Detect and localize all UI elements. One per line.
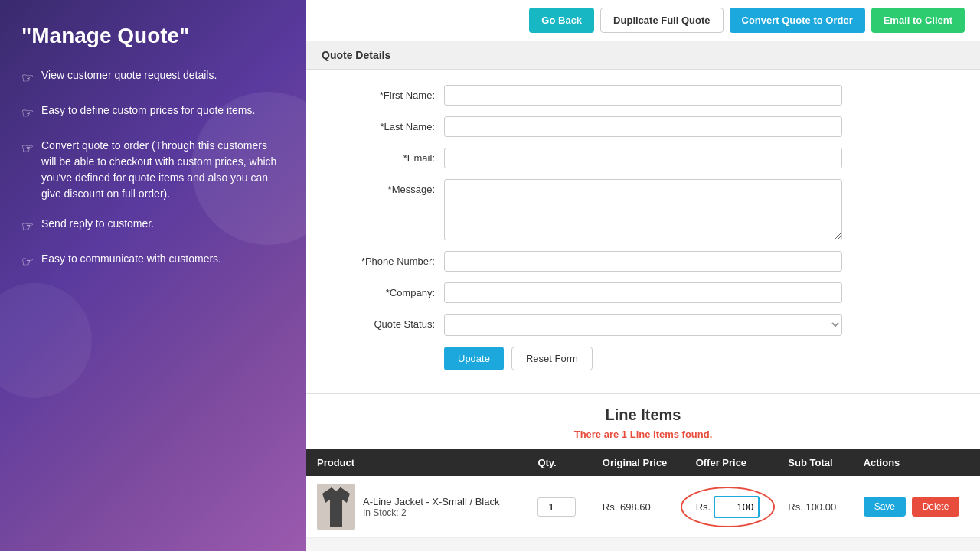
panel-header: Quote Details bbox=[306, 41, 980, 70]
sidebar-feature-1: ☞ View customer quote request details. bbox=[21, 67, 285, 89]
subtotal-value: Rs. 100.00 bbox=[788, 501, 836, 513]
email-row: *Email: bbox=[337, 148, 949, 168]
items-table: Product Qty. Original Price Offer Price … bbox=[306, 449, 980, 538]
first-name-row: *First Name: bbox=[337, 85, 949, 106]
product-info: A-Line Jacket - X-Small / Black In Stock… bbox=[317, 484, 516, 530]
product-name: A-Line Jacket - X-Small / Black bbox=[363, 496, 499, 507]
email-input[interactable] bbox=[444, 148, 842, 168]
last-name-label: *Last Name: bbox=[337, 116, 444, 132]
offer-price-input[interactable] bbox=[714, 496, 760, 518]
panel-body: *First Name: *Last Name: *Email: *Messag… bbox=[306, 70, 980, 393]
offer-price-wrapper: Rs. bbox=[696, 496, 760, 518]
form-actions: Update Reset Form bbox=[444, 347, 949, 378]
qty-cell bbox=[527, 476, 591, 538]
col-offer-price: Offer Price bbox=[685, 449, 778, 476]
col-qty: Qty. bbox=[527, 449, 591, 476]
phone-label: *Phone Number: bbox=[337, 251, 444, 267]
sidebar-title: "Manage Quote" bbox=[21, 23, 285, 49]
sidebar-feature-3: ☞ Convert quote to order (Through this c… bbox=[21, 138, 285, 202]
line-items-title: Line Items bbox=[306, 394, 980, 429]
sidebar-feature-5: ☞ Easy to communicate with customers. bbox=[21, 251, 285, 272]
message-row: *Message: bbox=[337, 179, 949, 240]
original-price-cell: Rs. 698.60 bbox=[592, 476, 685, 538]
email-label: *Email: bbox=[337, 148, 444, 164]
duplicate-button[interactable]: Duplicate Full Quote bbox=[600, 8, 723, 33]
col-actions: Actions bbox=[853, 449, 980, 476]
bullet-icon: ☞ bbox=[21, 68, 34, 89]
sidebar-feature-4: ☞ Send reply to customer. bbox=[21, 216, 285, 237]
bullet-icon: ☞ bbox=[21, 139, 34, 159]
convert-button[interactable]: Convert Quote to Order bbox=[730, 8, 865, 33]
table-row: A-Line Jacket - X-Small / Black In Stock… bbox=[306, 476, 980, 538]
quote-details-panel: Quote Details *First Name: *Last Name: *… bbox=[306, 41, 980, 394]
toolbar: Go Back Duplicate Full Quote Convert Quo… bbox=[306, 0, 980, 41]
company-label: *Company: bbox=[337, 282, 444, 298]
status-row: Quote Status: Pending Approved Rejected bbox=[337, 314, 949, 336]
bullet-icon: ☞ bbox=[21, 217, 34, 237]
first-name-label: *First Name: bbox=[337, 85, 444, 101]
col-original-price: Original Price bbox=[592, 449, 685, 476]
product-stock: In Stock: 2 bbox=[363, 507, 499, 518]
line-items-subtitle: There are 1 Line Items found. bbox=[306, 429, 980, 440]
reset-button[interactable]: Reset Form bbox=[511, 347, 593, 370]
first-name-input[interactable] bbox=[444, 85, 842, 106]
last-name-row: *Last Name: bbox=[337, 116, 949, 137]
message-textarea[interactable] bbox=[444, 179, 842, 240]
product-cell: A-Line Jacket - X-Small / Black In Stock… bbox=[306, 476, 527, 538]
sidebar-features: ☞ View customer quote request details. ☞… bbox=[21, 67, 285, 272]
qty-input[interactable] bbox=[537, 497, 576, 517]
phone-input[interactable] bbox=[444, 251, 842, 272]
subtotal-cell: Rs. 100.00 bbox=[777, 476, 852, 538]
email-button[interactable]: Email to Client bbox=[871, 8, 965, 33]
sidebar-feature-2: ☞ Easy to define custom prices for quote… bbox=[21, 103, 285, 124]
phone-row: *Phone Number: bbox=[337, 251, 949, 272]
col-sub-total: Sub Total bbox=[777, 449, 852, 476]
main-content: Go Back Duplicate Full Quote Convert Quo… bbox=[306, 0, 980, 551]
company-row: *Company: bbox=[337, 282, 949, 303]
bullet-icon: ☞ bbox=[21, 103, 34, 124]
go-back-button[interactable]: Go Back bbox=[529, 8, 594, 33]
message-label: *Message: bbox=[337, 179, 444, 195]
delete-row-button[interactable]: Delete bbox=[912, 497, 960, 517]
offer-price-cell: Rs. bbox=[685, 476, 778, 538]
line-items-section: Line Items There are 1 Line Items found.… bbox=[306, 394, 980, 538]
status-select[interactable]: Pending Approved Rejected bbox=[444, 314, 842, 336]
actions-cell: Save Delete bbox=[853, 476, 980, 538]
product-image bbox=[317, 484, 355, 530]
original-price-value: Rs. 698.60 bbox=[603, 501, 651, 513]
table-header: Product Qty. Original Price Offer Price … bbox=[306, 449, 980, 476]
status-label: Quote Status: bbox=[337, 314, 444, 330]
save-row-button[interactable]: Save bbox=[864, 497, 906, 517]
last-name-input[interactable] bbox=[444, 116, 842, 137]
table-body: A-Line Jacket - X-Small / Black In Stock… bbox=[306, 476, 980, 538]
sidebar: "Manage Quote" ☞ View customer quote req… bbox=[0, 0, 306, 551]
company-input[interactable] bbox=[444, 282, 842, 303]
update-button[interactable]: Update bbox=[444, 347, 504, 370]
bullet-icon: ☞ bbox=[21, 252, 34, 272]
col-product: Product bbox=[306, 449, 527, 476]
offer-price-prefix: Rs. bbox=[696, 501, 711, 513]
